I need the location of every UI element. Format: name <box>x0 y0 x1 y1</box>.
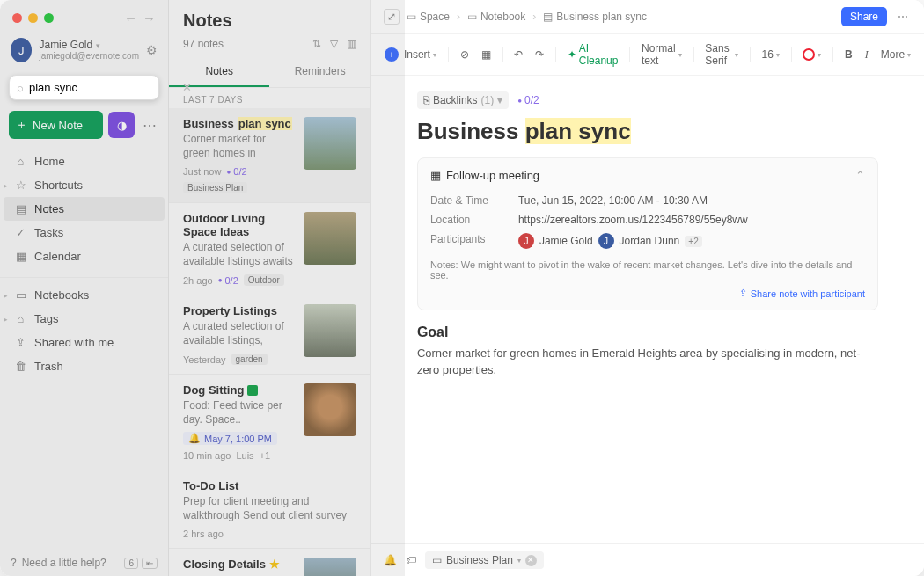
note-item[interactable]: Dog Sitting Food: Feed twice per day. Sp… <box>169 375 370 470</box>
task-badge: 0/2 <box>226 166 246 177</box>
nav-label: Notebooks <box>34 288 89 302</box>
maximize-window-icon[interactable] <box>44 13 54 23</box>
participants-more[interactable]: +2 <box>685 236 701 247</box>
avatar: J <box>598 233 614 249</box>
note-count: 97 notes <box>183 38 224 50</box>
notebook-icon: ▭ <box>467 11 477 23</box>
tasks-chip[interactable]: 0/2 <box>517 91 539 109</box>
nav-calendar[interactable]: ▦Calendar <box>4 244 165 268</box>
note-icon: ▤ <box>543 11 553 23</box>
note-time: 10 min ago <box>183 450 231 461</box>
settings-icon[interactable]: ⚙ <box>146 43 158 57</box>
help-icon[interactable]: ? <box>11 557 17 569</box>
plus-icon: ＋ <box>16 117 27 133</box>
view-icon[interactable]: ▥ <box>347 38 356 50</box>
document-title[interactable]: Business plan sync <box>417 118 878 145</box>
nav-home[interactable]: ⌂Home <box>4 149 165 173</box>
note-snippet: A curated selection of available listing… <box>183 241 295 269</box>
value-location-link[interactable]: https://zerealtors.zoom.us/1223456789/55… <box>518 214 865 226</box>
calendar-icon[interactable]: ▦ <box>477 46 495 63</box>
paragraph-style-select[interactable]: Normal text▾ <box>637 40 686 69</box>
ai-cleanup-button[interactable]: ✦AI Cleanup <box>563 40 623 69</box>
task-icon[interactable]: ⊘ <box>456 46 473 63</box>
sort-icon[interactable]: ⇅ <box>312 38 321 50</box>
insert-button[interactable]: +Insert▾ <box>380 45 441 64</box>
note-tag: garden <box>231 354 268 365</box>
note-thumbnail <box>304 304 356 357</box>
tab-reminders[interactable]: Reminders <box>269 57 370 87</box>
bold-button[interactable]: B <box>840 46 857 63</box>
note-time: Yesterday <box>183 354 226 365</box>
note-time: Just now <box>183 166 221 177</box>
account-row[interactable]: J Jamie Gold ▾ jamiegold@evernote.com ⚙ <box>0 33 168 69</box>
minimize-window-icon[interactable] <box>28 13 38 23</box>
nav-tags[interactable]: ▸⌂Tags <box>4 307 165 331</box>
search-box[interactable]: ⌕ ✕ <box>9 75 159 100</box>
note-item[interactable]: Outdoor Living Space Ideas A curated sel… <box>169 203 370 295</box>
undo-icon[interactable]: ↶ <box>510 46 527 63</box>
calendar-check-icon: ◑ <box>117 119 127 132</box>
crumb-space[interactable]: ▭Space <box>407 11 450 23</box>
filter-icon[interactable]: ▽ <box>330 38 338 50</box>
note-tag: Outdoor <box>244 274 284 286</box>
note-item[interactable]: Closing Details ★ <box>169 549 370 576</box>
backlinks-chip[interactable]: ⎘Backlinks(1)▾ <box>417 91 509 109</box>
crumb-note[interactable]: ▤Business plan sync <box>543 11 647 23</box>
note-item[interactable]: Business plan sync Corner market for gre… <box>169 108 370 203</box>
chevron-right-icon[interactable]: ▸ <box>4 315 8 324</box>
nav-trash[interactable]: 🗑Trash <box>4 354 165 378</box>
nav-label: Shared with me <box>34 336 114 349</box>
nav-shared[interactable]: ⇪Shared with me <box>4 331 165 354</box>
forward-icon[interactable]: → <box>143 11 156 26</box>
note-list-panel: Notes 97 notes ⇅ ▽ ▥ Notes Reminders LAS… <box>169 0 371 576</box>
nav-label: Tasks <box>34 226 63 239</box>
font-size-select[interactable]: 16▾ <box>757 46 783 63</box>
help-label[interactable]: Need a little help? <box>22 557 106 569</box>
redo-icon[interactable]: ↷ <box>531 46 548 63</box>
user-name: Jamie Gold <box>39 39 92 51</box>
nav-notes[interactable]: ▤Notes <box>4 197 165 221</box>
remove-tag-icon[interactable]: ✕ <box>525 555 537 566</box>
expand-icon[interactable]: ⤢ <box>384 9 400 25</box>
close-window-icon[interactable] <box>12 13 22 23</box>
notebook-icon: ▭ <box>14 288 27 302</box>
reminder-icon[interactable]: 🔔 <box>384 554 397 566</box>
search-input[interactable] <box>29 81 177 94</box>
note-item[interactable]: To-Do List Prep for client meeting and w… <box>169 470 370 549</box>
chevron-right-icon[interactable]: ▸ <box>4 291 8 300</box>
avatar: J <box>518 233 534 249</box>
nav-label: Shortcuts <box>34 179 83 192</box>
new-note-more-icon[interactable]: ⋯ <box>140 117 159 134</box>
tag-chip[interactable]: ▭ Business Plan ▾ ✕ <box>425 551 544 569</box>
value-datetime: Tue, Jun 15, 2022, 10:00 AM - 10:30 AM <box>518 194 865 207</box>
italic-button[interactable]: I <box>861 46 873 64</box>
font-family-select[interactable]: Sans Serif▾ <box>700 40 743 69</box>
back-icon[interactable]: ← <box>124 11 137 26</box>
crumb-notebook[interactable]: ▭Notebook <box>467 11 525 23</box>
space-icon: ▭ <box>407 11 416 23</box>
add-tag-icon[interactable]: 🏷 <box>406 554 416 566</box>
new-note-button[interactable]: ＋ New Note <box>9 111 103 139</box>
color-swatch-icon <box>803 48 815 61</box>
toolbar-more-button[interactable]: More▾ <box>876 46 915 63</box>
person-plus-icon: ⇪ <box>739 288 747 299</box>
clear-search-icon[interactable]: ✕ <box>182 81 192 94</box>
chevron-right-icon[interactable]: ▸ <box>4 181 8 190</box>
nav-notebooks[interactable]: ▸▭Notebooks <box>4 283 165 307</box>
section-heading[interactable]: Goal <box>417 324 878 340</box>
collapse-icon[interactable]: ⌃ <box>855 169 865 182</box>
new-note-label: New Note <box>33 119 83 132</box>
new-event-button[interactable]: ◑ <box>108 112 135 138</box>
collapse-sidebar-icon[interactable]: ⇤ <box>142 558 158 569</box>
note-item[interactable]: Property Listings A curated selection of… <box>169 295 370 375</box>
nav-shortcuts[interactable]: ▸☆Shortcuts <box>4 173 165 197</box>
text-color-button[interactable]: ▾ <box>798 46 825 63</box>
share-button[interactable]: Share <box>841 7 887 26</box>
window-controls: ← → <box>0 0 168 33</box>
nav-tasks[interactable]: ✓Tasks <box>4 221 165 244</box>
card-notes: Notes: We might want to pivot in the wak… <box>430 259 865 281</box>
note-more-icon[interactable]: ⋯ <box>894 11 912 23</box>
body-text[interactable]: Corner market for green homes in Emerald… <box>417 346 878 379</box>
share-with-participants-link[interactable]: ⇪Share note with participant <box>739 288 865 299</box>
search-icon: ⌕ <box>17 81 24 94</box>
